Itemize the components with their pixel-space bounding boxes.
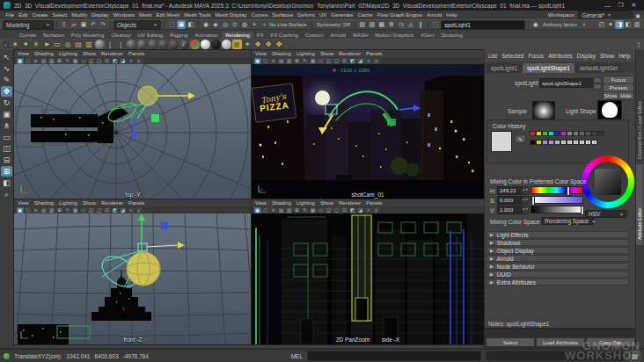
isolate-select-icon[interactable]: ◩: [349, 207, 356, 214]
ae-menu-focus[interactable]: Focus: [528, 53, 544, 59]
palette-swatch-empty[interactable]: ✕: [579, 140, 585, 145]
menu-modify[interactable]: Modify: [70, 12, 90, 18]
pause-viewport-icon[interactable]: ∥: [416, 20, 425, 29]
palette-swatch[interactable]: [548, 140, 554, 145]
section-light-effects[interactable]: ▶Light Effects: [487, 231, 629, 238]
lock-camera-icon[interactable]: ◻: [25, 58, 32, 64]
lock-camera-icon[interactable]: ◻: [262, 58, 269, 64]
ambient-light-icon[interactable]: ☀: [11, 40, 20, 49]
saturation-stepper[interactable]: ▲▼: [522, 196, 529, 205]
tab-spotlight1[interactable]: spotLight1: [487, 63, 522, 73]
vp-menu-show[interactable]: Show: [83, 200, 96, 206]
vp-menu-view[interactable]: View: [18, 200, 29, 206]
scale-tool-icon[interactable]: ▣: [1, 109, 12, 119]
zoom-tool-icon[interactable]: ⌕: [1, 189, 12, 199]
volume-light-icon[interactable]: ◎: [63, 40, 73, 49]
film-gate-icon[interactable]: ▭: [80, 58, 87, 64]
sv-square[interactable]: [595, 169, 621, 195]
ae-menu-selected[interactable]: Selected: [501, 53, 523, 59]
ae-menu-list[interactable]: List: [488, 53, 497, 59]
lambert-material-icon[interactable]: [95, 40, 105, 49]
selected-object-outline[interactable]: [352, 215, 371, 321]
anisotropic-material-icon[interactable]: [158, 40, 168, 49]
section-object-display[interactable]: ▶Object Display: [487, 247, 629, 254]
channel-box-layer-editor-tab[interactable]: Channel Box / Layer Editor: [636, 50, 643, 164]
menu-curves[interactable]: Curves: [249, 12, 270, 18]
grease-pencil-icon[interactable]: ✎: [302, 207, 309, 214]
gamma-icon[interactable]: γ: [135, 58, 143, 64]
vp-menu-shading[interactable]: Shading: [34, 51, 54, 56]
tool-settings-toggle-icon[interactable]: ◧: [624, 20, 633, 29]
toon-material-icon[interactable]: [169, 40, 179, 49]
image-plane-icon[interactable]: ▥: [48, 207, 55, 214]
open-scene-icon[interactable]: ▱: [70, 20, 78, 29]
attribute-editor-toggle-icon[interactable]: ◨: [615, 20, 624, 29]
vp-menu-lighting[interactable]: Lighting: [59, 51, 77, 56]
film-gate-icon[interactable]: ▭: [318, 58, 325, 64]
shelf-tab-rigging[interactable]: Rigging: [166, 32, 191, 39]
scroll-down-icon[interactable]: ▼: [637, 45, 640, 48]
last-tool-icon[interactable]: ⋔: [1, 120, 12, 131]
resolution-gate-icon[interactable]: ◫: [88, 58, 95, 64]
vp-menu-shading[interactable]: Shading: [34, 200, 54, 206]
user-account-menu[interactable]: Anthony Ianiro: [541, 22, 579, 27]
exposure-icon[interactable]: ◑: [128, 207, 135, 214]
shelf-tab-fx-caching[interactable]: FX Caching: [267, 32, 302, 39]
undo-icon[interactable]: ↶: [89, 20, 98, 29]
isolate-select-icon[interactable]: ◩: [112, 58, 119, 64]
grid-icon[interactable]: ▦: [310, 207, 317, 214]
stacked-pane-layout-icon[interactable]: ⊟: [1, 155, 12, 165]
menu-edit-mesh[interactable]: Edit Mesh: [154, 12, 182, 18]
building-silhouette[interactable]: [16, 106, 128, 147]
shelf-tab-animation[interactable]: Animation: [191, 32, 222, 39]
menu-arnold[interactable]: Arnold: [425, 12, 444, 18]
image-plane-icon[interactable]: ▥: [286, 58, 293, 64]
render-flag-icon[interactable]: ✥: [264, 40, 274, 49]
render-node-icon[interactable]: ✦: [243, 40, 252, 49]
palette-swatch[interactable]: [536, 140, 542, 145]
chevron-down-icon[interactable]: ▼: [262, 22, 267, 27]
camera-attributes-icon[interactable]: ≡: [33, 207, 40, 214]
channel-box-toggle-icon[interactable]: ▥: [633, 20, 641, 29]
close-button[interactable]: ✕: [627, 2, 640, 9]
palette-swatch-empty[interactable]: ✕: [573, 140, 579, 145]
viewport-canvas-shotcam[interactable]: 1920 x 1080 Tony's PIZZA shotCam_01: [252, 64, 484, 199]
select-object-icon[interactable]: ▣: [177, 20, 186, 29]
light-shape-thumbnail[interactable]: [597, 100, 622, 119]
spotlight-name-field[interactable]: [539, 78, 596, 88]
render-current-frame-icon[interactable]: ▨: [368, 20, 377, 29]
black-hole-shader-icon[interactable]: [211, 40, 221, 49]
vp-menu-show[interactable]: Show: [320, 200, 333, 206]
safe-action-icon[interactable]: ⊡: [104, 58, 111, 64]
load-attributes-button[interactable]: Load Attributes: [536, 337, 585, 347]
lock-camera-icon[interactable]: ◻: [262, 207, 269, 214]
move-tool-icon[interactable]: ✥: [1, 86, 12, 97]
shelf-scroll-arrows[interactable]: ▲▼: [637, 41, 642, 48]
spot-light-icon[interactable]: ➤: [42, 40, 52, 49]
hue-stepper[interactable]: ▲▼: [522, 186, 529, 195]
vp-menu-lighting[interactable]: Lighting: [296, 200, 315, 206]
menu-deform[interactable]: Deform: [296, 12, 318, 18]
mixing-space-selector[interactable]: Rendering Space▼: [541, 217, 594, 225]
vp-menu-shading[interactable]: Shading: [272, 51, 291, 56]
hide-button[interactable]: Hide: [618, 91, 634, 100]
menu-generate[interactable]: Generate: [329, 12, 355, 18]
resolution-gate-icon[interactable]: ◫: [326, 207, 333, 214]
render-settings-icon[interactable]: ⚙: [387, 20, 396, 29]
section-node-behavior[interactable]: ▶Node Behavior: [487, 263, 629, 270]
exposure-icon[interactable]: ◑: [365, 207, 372, 214]
point-light-icon[interactable]: ✳: [32, 40, 41, 49]
section-uuid[interactable]: ▶UUID: [487, 271, 629, 278]
camera-attributes-icon[interactable]: ≡: [270, 58, 277, 64]
camera-attributes-icon[interactable]: ≡: [33, 58, 40, 64]
shelf-tab-custom[interactable]: Custom: [302, 32, 327, 39]
shelf-tab-sculpting[interactable]: Sculpting: [437, 32, 466, 39]
2d-panzoom-icon[interactable]: ⊞: [294, 207, 301, 214]
render-view-icon[interactable]: ▧: [358, 20, 367, 29]
snap-to-curve-icon[interactable]: ◈: [211, 20, 220, 29]
phonge-material-icon[interactable]: [148, 40, 157, 49]
palette-swatch[interactable]: [548, 131, 554, 136]
vp-menu-show[interactable]: Show: [320, 51, 333, 56]
select-camera-icon[interactable]: ▣: [254, 207, 261, 214]
shelf-tab-poly-modeling[interactable]: Poly Modeling: [68, 32, 108, 39]
